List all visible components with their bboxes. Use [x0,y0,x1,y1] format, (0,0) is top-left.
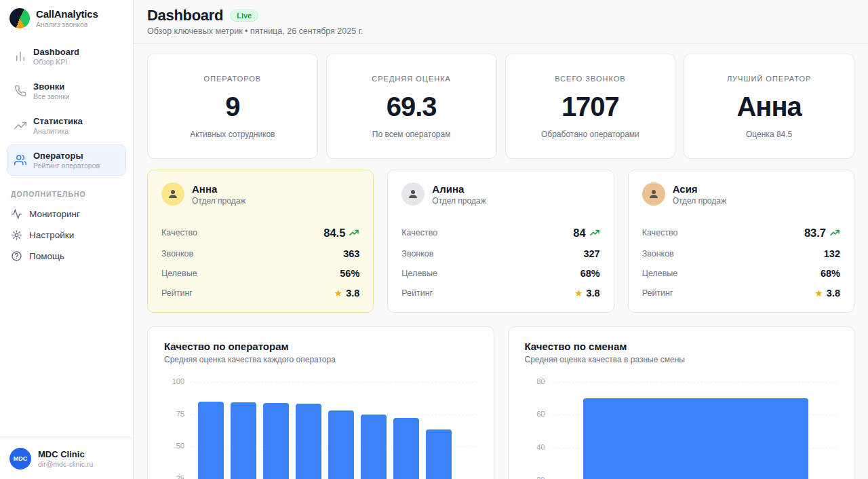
stat-row-quality: Качество 84.5 [161,222,359,244]
chart-title: Качество по сменам [525,341,838,352]
operator-name: Алина [432,183,486,195]
stat-row-target: Целевые 68% [401,263,599,283]
sidebar-item-operators[interactable]: Операторы Рейтинг операторов [7,145,126,176]
stat-value: 84 [573,227,599,240]
main-content: Dashboard Live Обзор ключевых метрик • п… [134,0,868,479]
sidebar-item-label: Статистика [33,116,83,126]
stat-row-rating: Рейтинг ★3.8 [642,283,840,303]
kpi-label: ЛУЧШИЙ ОПЕРАТОР [694,75,844,83]
y-axis-tick-label: 75 [164,410,184,418]
y-axis-tick-label: 20 [525,476,545,479]
kpi-value: 1707 [515,92,666,122]
stat-value: 363 [343,248,359,259]
stat-value: ★3.8 [814,288,840,299]
star-icon: ★ [334,288,343,299]
kpi-value: Анна [694,92,844,122]
operator-card-alina[interactable]: Алина Отдел продаж Качество 84 Звонков 3… [387,170,614,313]
stat-label: Звонков [642,249,674,258]
bar [231,402,256,479]
stat-label: Рейтинг [642,288,673,298]
trend-up-icon [349,227,359,238]
bar [263,403,289,479]
sidebar-item-label: Настройки [29,230,74,240]
stat-value: 56% [340,268,359,279]
app-logo-icon [9,8,30,28]
stat-row-rating: Рейтинг ★3.8 [161,283,359,303]
kpi-sub: По всем операторам [336,130,487,139]
y-axis-tick-label: 25 [164,474,184,479]
gridline [552,382,838,383]
sidebar-item-statistics[interactable]: Статистика Аналитика [7,110,126,141]
sidebar-item-label: Помощь [29,251,64,261]
kpi-sub: Активных сотрудников [157,130,308,139]
y-axis-tick-label: 100 [164,377,184,385]
stat-label: Рейтинг [161,288,193,298]
stat-label: Целевые [161,269,197,278]
user-account[interactable]: MDC MDC Clinic dir@mdc-clinic.ru [0,438,133,479]
operator-dept: Отдел продаж [673,196,726,206]
operator-avatar [642,183,665,206]
kpi-label: ВСЕГО ЗВОНКОВ [515,75,666,83]
trend-up-icon [589,227,600,238]
stat-value: 132 [824,248,840,259]
y-axis-tick-label: 40 [525,443,545,451]
chart-card-quality-by-shift: Качество по сменам Средняя оценка качест… [508,326,855,479]
star-icon: ★ [574,288,583,299]
sidebar-item-label: Мониторинг [29,209,80,219]
chart-subtitle: Средняя оценка качества каждого оператор… [164,355,477,364]
user-name: MDC Clinic [38,449,93,459]
kpi-card-best-operator: ЛУЧШИЙ ОПЕРАТОР Анна Оценка 84.5 [684,54,854,159]
y-axis-tick-label: 60 [525,410,545,418]
stat-value: 68% [821,268,840,279]
stat-value: ★3.8 [334,288,360,299]
sidebar-item-settings[interactable]: Настройки [0,225,133,246]
stat-row-quality: Качество 84 [401,222,599,244]
stat-value: 327 [583,248,599,259]
bar [296,404,321,479]
kpi-card-operators: ОПЕРАТОРОВ 9 Активных сотрудников [147,54,318,159]
bar [198,402,224,479]
page-subtitle: Обзор ключевых метрик • пятница, 26 сент… [147,26,854,36]
kpi-grid: ОПЕРАТОРОВ 9 Активных сотрудников СРЕДНЯ… [147,54,854,159]
chart-grid: Качество по операторам Средняя оценка ка… [147,326,854,479]
sidebar-item-calls[interactable]: Звонки Все звонки [7,75,126,107]
stat-row-calls: Звонков 132 [642,244,840,263]
stat-row-quality: Качество 83.7 [642,222,840,244]
operator-card-asiya[interactable]: Асия Отдел продаж Качество 83.7 Звонков … [628,170,854,313]
chart-title: Качество по операторам [164,341,477,352]
operator-card-anna[interactable]: Анна Отдел продаж Качество 84.5 Звонков … [147,170,374,313]
phone-icon [14,85,26,97]
stat-value: 83.7 [804,227,840,240]
stat-row-rating: Рейтинг ★3.8 [401,283,599,303]
kpi-sub: Оценка 84.5 [694,130,844,139]
stat-row-calls: Звонков 363 [161,244,359,263]
live-badge: Live [230,9,258,22]
gridline [190,382,477,383]
operator-dept: Отдел продаж [192,196,245,206]
bar [328,410,354,479]
sidebar-item-monitoring[interactable]: Мониторинг [0,204,133,225]
dashboard-content: ОПЕРАТОРОВ 9 Активных сотрудников СРЕДНЯ… [134,44,868,479]
chart-card-quality-by-operator: Качество по операторам Средняя оценка ка… [147,326,494,479]
sidebar-item-label: Звонки [33,81,69,92]
operator-avatar [401,183,425,206]
users-icon [14,154,26,166]
y-axis-tick-label: 50 [164,442,184,450]
bar [393,418,419,479]
stat-label: Качество [642,228,678,237]
bar-chart-icon [14,50,26,62]
brand: CallAnalytics Анализ звонков [0,0,133,41]
star-icon: ★ [814,288,823,299]
avatar: MDC [9,448,31,470]
bar [361,415,387,479]
sidebar-item-help[interactable]: Помощь [0,246,133,267]
operator-grid: Анна Отдел продаж Качество 84.5 Звонков … [147,170,854,313]
sidebar-item-dashboard[interactable]: Dashboard Обзор KPI [7,41,126,72]
stat-label: Рейтинг [401,288,433,298]
stat-value: 68% [580,268,600,279]
operator-name: Анна [192,183,245,195]
user-email: dir@mdc-clinic.ru [38,460,93,468]
help-circle-icon [11,250,22,262]
app-window: CallAnalytics Анализ звонков Dashboard О… [0,0,868,479]
trend-up-icon [829,227,840,238]
